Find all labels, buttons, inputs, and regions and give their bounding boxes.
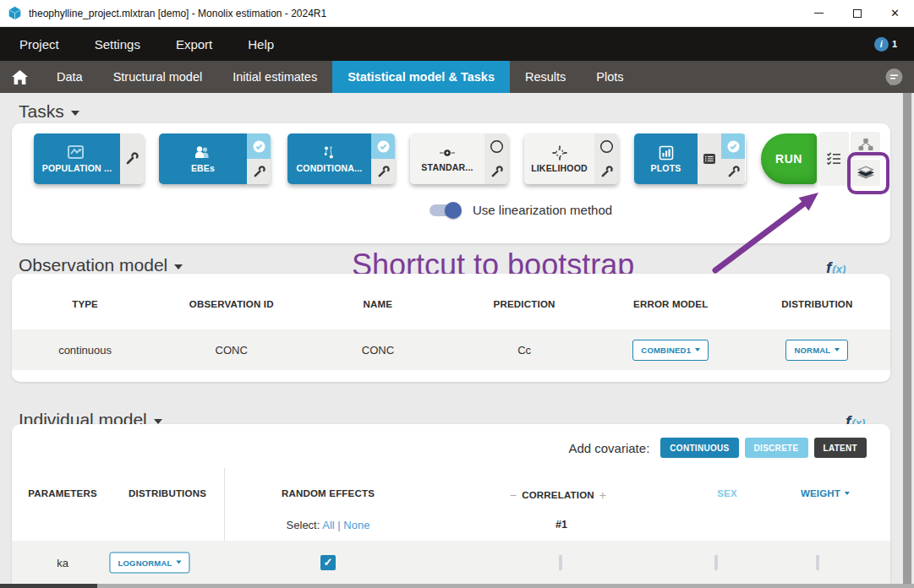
distribution-cell: LOGNORMAL: [109, 552, 189, 573]
distribution-dropdown[interactable]: NORMAL: [785, 340, 848, 361]
nav-tab-structural-model[interactable]: Structural model: [98, 61, 218, 93]
select-label: Select:: [287, 519, 320, 531]
parameter-name: ka: [57, 556, 68, 569]
plots-check-button[interactable]: [721, 133, 745, 159]
notifications[interactable]: i 1: [874, 37, 897, 52]
task-population-side: [120, 133, 144, 184]
wrench-icon: [490, 166, 503, 178]
plots-list-section: [698, 133, 721, 184]
navbar: Data Structural model Initial estimates …: [0, 61, 914, 93]
nav-tab-results[interactable]: Results: [510, 61, 581, 93]
conditional-check-button[interactable]: [371, 133, 395, 159]
add-continuous-covariate-button[interactable]: CONTINUOUS: [660, 438, 738, 458]
correlation-add-button[interactable]: +: [594, 488, 611, 502]
col-distributions: DISTRIBUTIONS: [129, 488, 206, 498]
ebes-settings-button[interactable]: [247, 159, 271, 184]
likelihood-settings-button[interactable]: [594, 159, 618, 184]
nav-tab-statistical-model-tasks[interactable]: Statistical model & Tasks: [332, 61, 510, 93]
menu-export[interactable]: Export: [176, 37, 212, 52]
close-button[interactable]: ✕: [876, 0, 914, 26]
menu-help[interactable]: Help: [248, 37, 274, 52]
plots-list-button[interactable]: [698, 133, 721, 184]
task-conditional-main[interactable]: CONDITIONA...: [287, 133, 371, 184]
task-label: PLOTS: [650, 163, 681, 173]
linearization-toggle[interactable]: [430, 204, 460, 216]
scenario-checklist-button[interactable]: [819, 132, 849, 186]
standard-errors-check-button[interactable]: [484, 133, 508, 159]
task-conditional-distribution[interactable]: CONDITIONA...: [287, 133, 395, 184]
vertical-scrollbar[interactable]: [903, 93, 911, 584]
ka-correlation-checkbox[interactable]: [559, 554, 562, 570]
correlation-group-label: #1: [556, 519, 567, 531]
task-ebes-side: [247, 133, 271, 184]
task-population-parameters[interactable]: POPULATION ...: [34, 133, 144, 184]
add-latent-covariate-button[interactable]: LATENT: [814, 438, 867, 458]
menu-project[interactable]: Project: [19, 37, 59, 52]
obs-id-value: CONC: [158, 344, 304, 357]
error-model-dropdown[interactable]: COMBINED1: [632, 340, 709, 361]
correlation-remove-button[interactable]: −: [505, 488, 522, 502]
task-likelihood-main[interactable]: LIKELIHOOD: [524, 133, 594, 184]
plots-settings-button[interactable]: [721, 159, 745, 184]
task-population-main[interactable]: POPULATION ...: [34, 133, 120, 184]
col-parameters: PARAMETERS: [28, 488, 97, 498]
ka-random-effects-checkbox[interactable]: [320, 555, 336, 570]
ebes-check-button[interactable]: [247, 133, 271, 159]
weight-label: WEIGHT: [801, 488, 840, 498]
parameter-row-ka: ka LOGNORMAL: [12, 541, 890, 584]
tasks-collapse-caret-icon[interactable]: [71, 111, 79, 116]
check-circle-icon: [726, 139, 741, 154]
maximize-button[interactable]: [838, 0, 876, 26]
titlebar: theophylline_project.mlxtran [demo] - Mo…: [0, 0, 914, 27]
home-tab[interactable]: [0, 61, 41, 93]
correlation-cell: [559, 556, 562, 569]
add-discrete-covariate-button[interactable]: DISCRETE: [745, 438, 808, 458]
nav-tab-plots[interactable]: Plots: [581, 61, 638, 93]
nav-tab-initial-estimates[interactable]: Initial estimates: [217, 61, 332, 93]
menu-settings[interactable]: Settings: [95, 37, 140, 52]
task-label: LIKELIHOOD: [531, 163, 588, 173]
task-label: STANDAR...: [421, 162, 473, 172]
ka-distribution-dropdown[interactable]: LOGNORMAL: [109, 552, 189, 573]
likelihood-check-button[interactable]: [594, 133, 618, 159]
check-circle-icon: [252, 139, 266, 154]
error-model-cell: COMBINED1: [598, 340, 744, 361]
select-all-link[interactable]: All: [322, 519, 334, 531]
task-ebes[interactable]: EBEs: [159, 133, 271, 184]
window-title: theophylline_project.mlxtran [demo] - Mo…: [29, 8, 326, 19]
individual-collapse-caret-icon[interactable]: [154, 419, 162, 424]
task-standard-errors[interactable]: STANDAR...: [410, 133, 508, 184]
nav-tab-data[interactable]: Data: [41, 61, 98, 93]
task-label: CONDITIONA...: [297, 163, 363, 173]
ka-sex-checkbox[interactable]: [714, 554, 718, 570]
conditional-settings-button[interactable]: [371, 159, 395, 184]
col-sex[interactable]: SEX: [717, 488, 737, 498]
empty-circle-icon: [599, 139, 614, 154]
run-button[interactable]: RUN: [761, 133, 817, 184]
toggle-knob: [445, 202, 462, 219]
task-ebes-main[interactable]: EBEs: [159, 133, 247, 184]
population-settings-button[interactable]: [120, 133, 144, 184]
horizontal-scrollbar-thumb[interactable]: [0, 584, 97, 588]
chevron-down-icon: [177, 561, 182, 564]
task-plots[interactable]: PLOTS: [634, 133, 746, 184]
minimize-button[interactable]: [800, 0, 838, 26]
col-weight[interactable]: WEIGHT: [801, 488, 850, 498]
observation-collapse-caret-icon[interactable]: [174, 264, 183, 270]
minimize-icon: [814, 13, 824, 14]
assembly-button[interactable]: [851, 132, 880, 158]
task-standard-errors-main[interactable]: STANDAR...: [410, 133, 484, 184]
col-type: TYPE: [12, 299, 158, 309]
horizontal-scrollbar[interactable]: [0, 584, 914, 588]
ka-weight-checkbox[interactable]: [816, 554, 819, 570]
task-plots-main[interactable]: PLOTS: [634, 133, 698, 184]
col-name: NAME: [304, 299, 451, 309]
crosshair-icon: [552, 145, 567, 161]
bootstrap-shortcut-button[interactable]: [851, 160, 880, 186]
feedback-button[interactable]: [884, 61, 914, 93]
tasks-card: POPULATION ...: [12, 123, 890, 243]
select-none-link[interactable]: None: [343, 519, 369, 531]
task-likelihood[interactable]: LIKELIHOOD: [524, 133, 618, 184]
standard-errors-settings-button[interactable]: [484, 159, 508, 184]
error-model-value: COMBINED1: [641, 346, 691, 355]
